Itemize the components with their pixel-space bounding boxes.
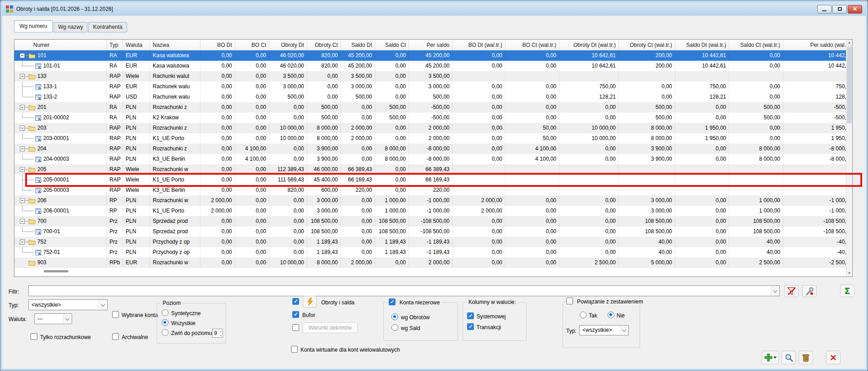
scrollbar-thumb[interactable]: [847, 47, 852, 123]
column-header[interactable]: Obroty Ct: [307, 40, 341, 50]
tab-wg-nazwy[interactable]: Wg nazwy: [54, 22, 87, 32]
bufor-checkbox[interactable]: [292, 311, 299, 318]
column-header[interactable]: Saldo Ct: [375, 40, 409, 50]
column-header[interactable]: Numer: [14, 40, 107, 50]
typ-select[interactable]: <wszystkie>: [28, 299, 108, 310]
collapse-expander-icon[interactable]: [20, 167, 25, 172]
table-row[interactable]: A206-00001RPPLNK1_UE Porto2 000,000,000,…: [14, 206, 846, 216]
powiazanie-typ-select[interactable]: <wszystkie>: [579, 325, 629, 335]
maximize-button[interactable]: [832, 5, 847, 14]
run-button[interactable]: [303, 296, 317, 308]
table-row[interactable]: 201RAPLNRozrachunki z0,000,000,00500,000…: [14, 102, 846, 113]
close-button[interactable]: ✕: [848, 5, 862, 14]
collapse-expander-icon[interactable]: [20, 105, 25, 110]
column-header[interactable]: BO Ct (wal.tr.): [505, 40, 559, 50]
typ-dropdown-icon[interactable]: [99, 300, 107, 309]
column-header[interactable]: Saldo Dt (wal.tr.): [675, 40, 729, 50]
collapse-expander-icon[interactable]: [20, 219, 25, 224]
table-row[interactable]: A752-01PrzPLNPrzychody z op0,000,000,001…: [14, 247, 846, 258]
filtr-dropdown-icon[interactable]: [771, 286, 779, 295]
scroll-up-icon[interactable]: ▲: [846, 40, 852, 46]
column-header[interactable]: Waluta: [123, 40, 150, 50]
collapse-expander-icon[interactable]: [20, 146, 25, 151]
transakcji-checkbox[interactable]: [467, 323, 474, 330]
table-row[interactable]: A205-00001RAPWieleK1_UE Porto0,000,00111…: [14, 175, 846, 185]
archiwalne-checkbox[interactable]: [112, 333, 119, 340]
collapse-expander-icon[interactable]: [20, 74, 25, 79]
table-row[interactable]: 203RAPPLNRozrachunki z0,000,0010 000,008…: [14, 123, 846, 133]
poziom-spinner[interactable]: 9 ▲▼: [212, 329, 223, 338]
obroty-i-salda-checkbox[interactable]: [292, 298, 299, 305]
filter-settings-button[interactable]: [802, 285, 817, 297]
spin-down-icon[interactable]: ▼: [219, 333, 223, 337]
table-row[interactable]: 700PrzPLNSprzedaż prod0,000,000,00108 50…: [14, 216, 846, 226]
table-row[interactable]: A204-00003RAPPLNK3_UE Berlin0,004 100,00…: [14, 154, 846, 164]
spin-up-icon[interactable]: ▲: [219, 329, 223, 333]
add-button[interactable]: [762, 351, 779, 364]
poziom-wszystkie-radio[interactable]: [162, 319, 168, 326]
tab-wg-numeru[interactable]: Wg numeru: [14, 20, 53, 32]
close-panel-button[interactable]: ✕: [826, 351, 841, 364]
wybrane-konta-checkbox[interactable]: [112, 311, 119, 318]
waluta-select[interactable]: ---: [34, 313, 72, 324]
column-header[interactable]: Per saldo: [409, 40, 453, 50]
table-row[interactable]: 204RAPPLNRozrachunki z0,004 100,000,003 …: [14, 144, 846, 154]
poziom-syntetyczne-radio[interactable]: [162, 309, 168, 316]
vertical-scrollbar[interactable]: ▲ ▼: [846, 40, 852, 276]
nie-radio[interactable]: [608, 312, 614, 318]
column-header[interactable]: Nazwa: [150, 40, 200, 50]
tab-kontrahenta[interactable]: Kontrahenta: [88, 22, 127, 32]
column-header[interactable]: Saldo Ct (wal.tr.): [729, 40, 783, 50]
poziom-zwin-radio[interactable]: [162, 329, 168, 336]
table-row[interactable]: A205-00003RAPWieleK3_UE Berlin0,000,0082…: [14, 185, 846, 195]
table-row[interactable]: A203-00001RAPPLNK1_UE Porto0,000,0010 00…: [14, 133, 846, 144]
value-cell: 0,00: [200, 61, 235, 71]
powiazanie-checkbox[interactable]: [566, 298, 573, 304]
collapse-expander-icon[interactable]: [20, 53, 25, 58]
tak-radio[interactable]: [580, 312, 586, 318]
table-row[interactable]: 752PrzPLNPrzychody z op0,000,000,001 189…: [14, 237, 846, 247]
wg-obrotow-radio[interactable]: [391, 313, 398, 320]
collapse-expander-icon[interactable]: [20, 240, 25, 244]
horizontal-scrollbar-thumb[interactable]: [44, 270, 68, 272]
column-header[interactable]: Typ: [107, 40, 123, 50]
column-header[interactable]: Per saldo (wal.tr.): [783, 40, 846, 50]
collapse-expander-icon[interactable]: [20, 126, 25, 131]
search-button[interactable]: [782, 351, 796, 364]
table-row[interactable]: A700-01PrzPLNSprzedaż prod0,000,000,0010…: [14, 226, 846, 237]
powiazanie-typ-dropdown-icon[interactable]: [620, 326, 628, 335]
delete-button[interactable]: [799, 351, 813, 364]
wg-sald-radio[interactable]: [391, 324, 398, 331]
clear-filter-button[interactable]: [784, 285, 799, 297]
sum-button[interactable]: Σ: [840, 285, 854, 297]
value-cell: 128,21: [783, 92, 846, 102]
column-header[interactable]: Obroty Ct (wal.tr.): [619, 40, 675, 50]
table-row[interactable]: 133RAPWieleRachunki walut0,000,003 500,0…: [14, 71, 846, 81]
nazwa-cell: Rachunki walut: [150, 71, 200, 81]
table-row[interactable]: A133-1RAPEURRachunek walu0,000,003 000,0…: [14, 81, 846, 92]
table-row[interactable]: A133-2RAPUSDRachunek walu0,000,00500,000…: [14, 92, 846, 102]
systemowej-checkbox[interactable]: [467, 312, 474, 319]
table-row[interactable]: A101-01RAEURKasa walutowa0,000,0046 020,…: [14, 61, 846, 71]
konta-niezerowe-checkbox[interactable]: [389, 299, 395, 305]
column-header[interactable]: Saldo Dt: [341, 40, 375, 50]
column-header[interactable]: BO Dt: [200, 40, 235, 50]
table-row[interactable]: A201-00002RAPLNK2 Krakow0,000,000,00500,…: [14, 113, 846, 123]
waluta-dropdown-icon[interactable]: [63, 314, 71, 323]
table-row[interactable]: 205RAPWieleRozrachunki w0,000,00112 389,…: [14, 164, 846, 175]
filtr-input[interactable]: [28, 285, 780, 296]
minimize-button[interactable]: [817, 5, 832, 14]
table-row[interactable]: 903RPbEURRozrachunki w0,000,0010 000,008…: [14, 258, 846, 268]
warunki-dekretow-checkbox[interactable]: [292, 324, 299, 331]
table-row[interactable]: 101RAEURKasa walutowa0,000,0046 020,0082…: [14, 50, 846, 61]
table-row[interactable]: 206RPPLNRozrachunki w2 000,000,000,003 0…: [14, 195, 846, 206]
konta-wirtualne-checkbox[interactable]: [291, 346, 298, 353]
column-header[interactable]: Obroty Dt: [269, 40, 307, 50]
column-header[interactable]: BO Ct: [235, 40, 269, 50]
magnifier-icon: [785, 353, 793, 362]
scroll-down-icon[interactable]: ▼: [846, 270, 852, 276]
collapse-expander-icon[interactable]: [20, 198, 25, 203]
tylko-rozrachunkowe-checkbox[interactable]: [31, 333, 37, 340]
column-header[interactable]: Obroty Dt (wal.tr.): [559, 40, 619, 50]
column-header[interactable]: BO Dt (wal.tr.): [453, 40, 505, 50]
